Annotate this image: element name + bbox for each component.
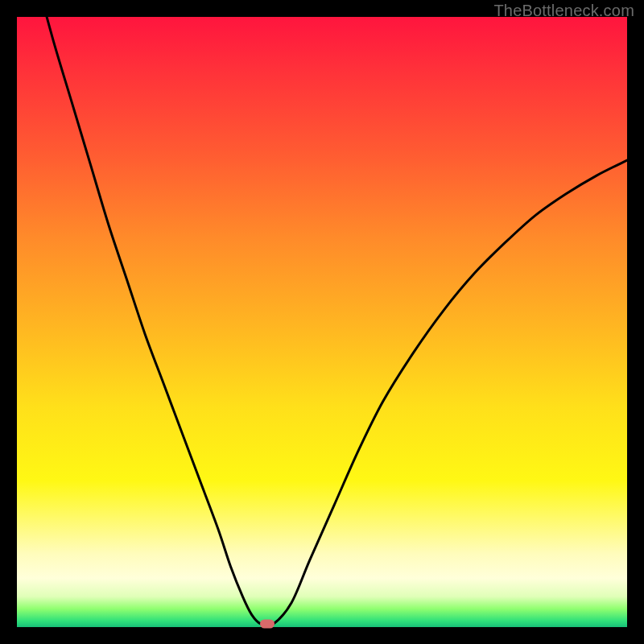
- chart-frame: TheBottleneck.com: [0, 0, 644, 644]
- plot-area: [17, 17, 627, 627]
- optimal-marker: [260, 620, 275, 629]
- bottleneck-curve: [17, 17, 627, 627]
